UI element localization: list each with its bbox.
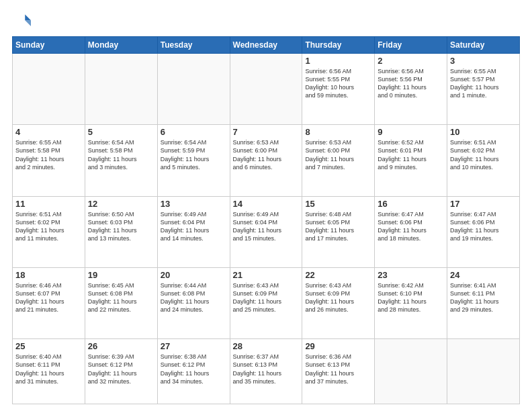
day-number: 11 — [15, 199, 82, 209]
calendar-cell: 4Sunrise: 6:55 AM Sunset: 5:58 PM Daylig… — [13, 125, 85, 196]
calendar-cell: 24Sunrise: 6:41 AM Sunset: 6:11 PM Dayli… — [447, 267, 520, 338]
calendar-cell — [13, 54, 85, 125]
day-number: 7 — [233, 127, 300, 137]
day-number: 8 — [305, 127, 371, 137]
day-info: Sunrise: 6:55 AM Sunset: 5:58 PM Dayligh… — [15, 138, 82, 171]
day-info: Sunrise: 6:49 AM Sunset: 6:04 PM Dayligh… — [161, 210, 227, 243]
calendar-cell: 11Sunrise: 6:51 AM Sunset: 6:02 PM Dayli… — [13, 196, 85, 267]
weekday-header: Friday — [375, 37, 447, 54]
day-number: 2 — [378, 56, 444, 66]
day-number: 9 — [378, 127, 444, 137]
weekday-header: Thursday — [302, 37, 375, 54]
day-number: 19 — [88, 270, 154, 280]
day-number: 15 — [305, 199, 371, 209]
day-info: Sunrise: 6:51 AM Sunset: 6:02 PM Dayligh… — [15, 210, 82, 243]
day-info: Sunrise: 6:39 AM Sunset: 6:12 PM Dayligh… — [88, 353, 154, 385]
day-info: Sunrise: 6:45 AM Sunset: 6:08 PM Dayligh… — [88, 281, 154, 314]
calendar-cell: 25Sunrise: 6:40 AM Sunset: 6:11 PM Dayli… — [13, 339, 85, 404]
day-info: Sunrise: 6:49 AM Sunset: 6:04 PM Dayligh… — [233, 210, 300, 243]
day-info: Sunrise: 6:47 AM Sunset: 6:06 PM Dayligh… — [378, 210, 444, 243]
day-number: 12 — [88, 199, 154, 209]
calendar-cell: 21Sunrise: 6:43 AM Sunset: 6:09 PM Dayli… — [230, 267, 302, 338]
day-number: 24 — [450, 270, 517, 280]
day-number: 6 — [161, 127, 227, 137]
day-number: 16 — [378, 199, 444, 209]
calendar-cell: 10Sunrise: 6:51 AM Sunset: 6:02 PM Dayli… — [447, 125, 520, 196]
day-number: 25 — [15, 341, 82, 351]
calendar-cell: 29Sunrise: 6:36 AM Sunset: 6:13 PM Dayli… — [302, 339, 375, 404]
day-info: Sunrise: 6:37 AM Sunset: 6:13 PM Dayligh… — [233, 353, 300, 385]
calendar-cell: 15Sunrise: 6:48 AM Sunset: 6:05 PM Dayli… — [302, 196, 375, 267]
day-info: Sunrise: 6:36 AM Sunset: 6:13 PM Dayligh… — [305, 353, 371, 385]
calendar-week-row: 18Sunrise: 6:46 AM Sunset: 6:07 PM Dayli… — [13, 267, 520, 338]
day-info: Sunrise: 6:53 AM Sunset: 6:00 PM Dayligh… — [305, 138, 371, 171]
calendar-cell: 28Sunrise: 6:37 AM Sunset: 6:13 PM Dayli… — [230, 339, 302, 404]
day-info: Sunrise: 6:41 AM Sunset: 6:11 PM Dayligh… — [450, 281, 517, 314]
day-info: Sunrise: 6:54 AM Sunset: 5:59 PM Dayligh… — [161, 138, 227, 171]
calendar-cell: 6Sunrise: 6:54 AM Sunset: 5:59 PM Daylig… — [157, 125, 230, 196]
day-info: Sunrise: 6:52 AM Sunset: 6:01 PM Dayligh… — [378, 138, 444, 171]
day-number: 20 — [161, 270, 227, 280]
calendar-cell: 12Sunrise: 6:50 AM Sunset: 6:03 PM Dayli… — [85, 196, 157, 267]
day-info: Sunrise: 6:38 AM Sunset: 6:12 PM Dayligh… — [161, 353, 227, 385]
calendar-week-row: 11Sunrise: 6:51 AM Sunset: 6:02 PM Dayli… — [13, 196, 520, 267]
day-number: 28 — [233, 341, 300, 351]
calendar-cell: 14Sunrise: 6:49 AM Sunset: 6:04 PM Dayli… — [230, 196, 302, 267]
day-info: Sunrise: 6:43 AM Sunset: 6:09 PM Dayligh… — [233, 281, 300, 314]
calendar-cell: 5Sunrise: 6:54 AM Sunset: 5:58 PM Daylig… — [85, 125, 157, 196]
day-number: 21 — [233, 270, 300, 280]
svg-marker-0 — [25, 15, 31, 21]
day-info: Sunrise: 6:53 AM Sunset: 6:00 PM Dayligh… — [233, 138, 300, 171]
calendar-cell: 3Sunrise: 6:55 AM Sunset: 5:57 PM Daylig… — [447, 54, 520, 125]
weekday-header: Saturday — [447, 37, 520, 54]
day-number: 29 — [305, 341, 371, 351]
calendar-cell: 13Sunrise: 6:49 AM Sunset: 6:04 PM Dayli… — [157, 196, 230, 267]
calendar-cell — [85, 54, 157, 125]
day-info: Sunrise: 6:42 AM Sunset: 6:10 PM Dayligh… — [378, 281, 444, 314]
day-info: Sunrise: 6:55 AM Sunset: 5:57 PM Dayligh… — [450, 67, 517, 100]
day-number: 17 — [450, 199, 517, 209]
day-number: 10 — [450, 127, 517, 137]
calendar-week-row: 1Sunrise: 6:56 AM Sunset: 5:55 PM Daylig… — [13, 54, 520, 125]
day-info: Sunrise: 6:50 AM Sunset: 6:03 PM Dayligh… — [88, 210, 154, 243]
day-number: 3 — [450, 56, 517, 66]
svg-marker-1 — [25, 20, 31, 26]
day-number: 23 — [378, 270, 444, 280]
day-info: Sunrise: 6:54 AM Sunset: 5:58 PM Dayligh… — [88, 138, 154, 171]
day-number: 18 — [15, 270, 82, 280]
day-number: 1 — [305, 56, 371, 66]
day-info: Sunrise: 6:48 AM Sunset: 6:05 PM Dayligh… — [305, 210, 371, 243]
day-info: Sunrise: 6:46 AM Sunset: 6:07 PM Dayligh… — [15, 281, 82, 314]
calendar-cell — [230, 54, 302, 125]
weekday-header: Monday — [85, 37, 157, 54]
calendar-cell: 18Sunrise: 6:46 AM Sunset: 6:07 PM Dayli… — [13, 267, 85, 338]
day-number: 13 — [161, 199, 227, 209]
day-number: 27 — [161, 341, 227, 351]
calendar-cell: 1Sunrise: 6:56 AM Sunset: 5:55 PM Daylig… — [302, 54, 375, 125]
calendar-cell: 17Sunrise: 6:47 AM Sunset: 6:06 PM Dayli… — [447, 196, 520, 267]
day-number: 4 — [15, 127, 82, 137]
calendar-cell: 7Sunrise: 6:53 AM Sunset: 6:00 PM Daylig… — [230, 125, 302, 196]
weekday-header: Tuesday — [157, 37, 230, 54]
calendar-cell: 27Sunrise: 6:38 AM Sunset: 6:12 PM Dayli… — [157, 339, 230, 404]
calendar-cell — [157, 54, 230, 125]
calendar-week-row: 4Sunrise: 6:55 AM Sunset: 5:58 PM Daylig… — [13, 125, 520, 196]
calendar-cell: 20Sunrise: 6:44 AM Sunset: 6:08 PM Dayli… — [157, 267, 230, 338]
weekday-header: Sunday — [13, 37, 85, 54]
calendar-cell: 16Sunrise: 6:47 AM Sunset: 6:06 PM Dayli… — [375, 196, 447, 267]
day-info: Sunrise: 6:51 AM Sunset: 6:02 PM Dayligh… — [450, 138, 517, 171]
day-info: Sunrise: 6:40 AM Sunset: 6:11 PM Dayligh… — [15, 353, 82, 385]
calendar-cell — [447, 339, 520, 404]
calendar-cell: 19Sunrise: 6:45 AM Sunset: 6:08 PM Dayli… — [85, 267, 157, 338]
day-number: 14 — [233, 199, 300, 209]
day-number: 5 — [88, 127, 154, 137]
day-number: 26 — [88, 341, 154, 351]
logo-icon — [12, 12, 31, 31]
calendar: SundayMondayTuesdayWednesdayThursdayFrid… — [12, 36, 520, 404]
day-info: Sunrise: 6:56 AM Sunset: 5:56 PM Dayligh… — [378, 67, 444, 100]
weekday-header: Wednesday — [230, 37, 302, 54]
calendar-cell — [375, 339, 447, 404]
day-info: Sunrise: 6:47 AM Sunset: 6:06 PM Dayligh… — [450, 210, 517, 243]
calendar-cell: 23Sunrise: 6:42 AM Sunset: 6:10 PM Dayli… — [375, 267, 447, 338]
logo — [12, 12, 34, 31]
